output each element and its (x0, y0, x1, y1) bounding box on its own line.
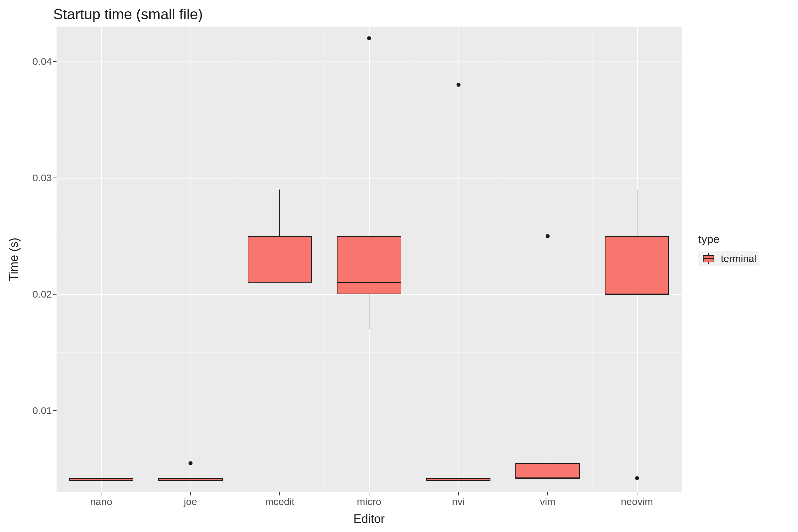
y-tick-label: 0.03 (33, 172, 57, 184)
x-tick-label: neovim (621, 492, 653, 507)
box-vim (515, 463, 580, 478)
y-axis-label: Time (s) (7, 238, 21, 281)
x-tick-label: micro (357, 492, 381, 507)
y-tick-label: 0.02 (33, 289, 57, 300)
outlier-point (457, 83, 460, 87)
x-tick-label: mcedit (265, 492, 294, 507)
outlier-point (635, 476, 639, 480)
y-tick-label: 0.01 (33, 405, 57, 416)
outlier-point (546, 234, 550, 238)
legend-item-terminal: terminal (698, 251, 759, 266)
y-tick-label: 0.04 (33, 56, 57, 67)
x-tick-label: vim (540, 492, 556, 507)
legend-item-label: terminal (721, 253, 757, 264)
box-neovim (605, 236, 669, 294)
box-mcedit (248, 236, 312, 283)
plot-area: 0.010.020.030.04nanojoemceditmicronvivim… (57, 26, 682, 492)
box-micro (337, 236, 401, 294)
outlier-point (189, 461, 192, 465)
x-tick-label: joe (184, 492, 197, 507)
legend-title: type (698, 233, 759, 246)
chart-container: Startup time (small file) 0.010.020.030.… (0, 0, 798, 532)
outlier-point (367, 36, 371, 40)
legend-key-icon (701, 253, 716, 264)
x-axis-label: Editor (354, 512, 385, 526)
x-tick-label: nano (90, 492, 112, 507)
legend: type terminal (698, 233, 759, 266)
x-tick-label: nvi (452, 492, 464, 507)
chart-title: Startup time (small file) (53, 6, 203, 23)
